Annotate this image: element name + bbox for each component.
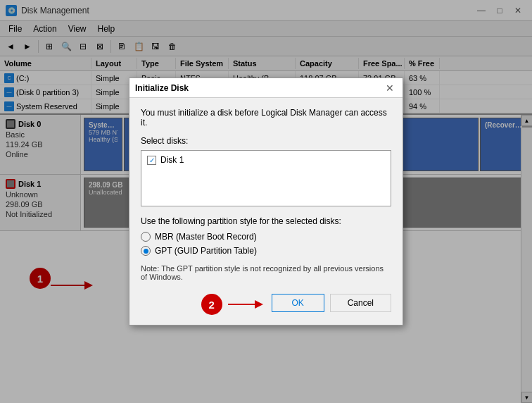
- mbr-label: MBR (Master Boot Record): [155, 232, 257, 242]
- partition-style-label: Use the following partition style for th…: [141, 216, 391, 226]
- dialog-footer: 2 OK Cancel: [141, 291, 391, 315]
- gpt-option[interactable]: GPT (GUID Partition Table): [141, 246, 391, 256]
- mbr-radio[interactable]: [141, 232, 151, 242]
- mbr-option[interactable]: MBR (Master Boot Record): [141, 232, 391, 242]
- dialog-title-bar: Initialize Disk ✕: [129, 78, 403, 98]
- ok-button[interactable]: OK: [272, 294, 324, 312]
- disk-list: ✓ Disk 1: [141, 150, 391, 206]
- disk-list-item-0[interactable]: ✓ Disk 1: [144, 154, 388, 166]
- dialog-note: Note: The GPT partition style is not rec…: [141, 264, 391, 281]
- disk-1-checkbox[interactable]: ✓: [147, 156, 156, 165]
- dialog-body: You must initialize a disk before Logica…: [129, 98, 403, 325]
- dialog-description: You must initialize a disk before Logica…: [141, 108, 391, 128]
- disk-1-label: Disk 1: [160, 155, 184, 165]
- callout-2-arrow: [228, 299, 263, 310]
- dialog-title: Initialize Disk: [135, 83, 189, 93]
- modal-overlay: Initialize Disk ✕ You must initialize a …: [0, 0, 532, 403]
- dialog-close-button[interactable]: ✕: [383, 82, 397, 94]
- gpt-label: GPT (GUID Partition Table): [155, 246, 257, 256]
- initialize-disk-dialog: Initialize Disk ✕ You must initialize a …: [129, 78, 403, 326]
- cancel-button[interactable]: Cancel: [330, 294, 391, 312]
- gpt-radio[interactable]: [141, 246, 151, 256]
- callout-2: 2: [201, 294, 222, 315]
- gpt-radio-dot: [144, 249, 148, 254]
- select-disks-label: Select disks:: [141, 136, 391, 146]
- radio-group: MBR (Master Boot Record) GPT (GUID Parti…: [141, 232, 391, 256]
